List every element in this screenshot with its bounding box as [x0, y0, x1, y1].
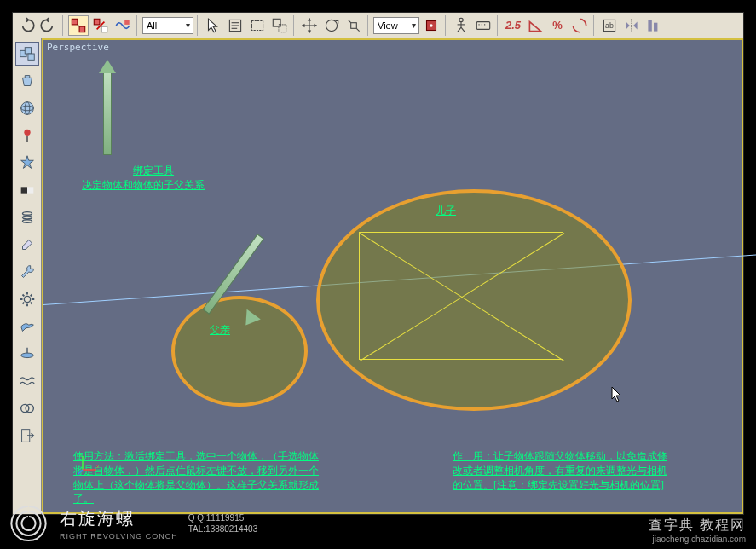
svg-rect-13 — [279, 24, 286, 32]
keyboard-shortcut-button[interactable] — [473, 15, 493, 36]
left-toolbar — [13, 38, 42, 514]
svg-point-47 — [22, 216, 32, 219]
spinner-snap-button[interactable] — [569, 15, 590, 36]
svg-rect-37 — [25, 48, 31, 54]
purpose-title: 作 用： — [453, 450, 493, 462]
mirror-button[interactable] — [621, 15, 642, 36]
reference-coord-dropdown[interactable]: View — [373, 17, 419, 34]
scale-button[interactable] — [343, 15, 364, 36]
unlink-button[interactable] — [90, 15, 111, 36]
watermark-line1: 查字典 教程网 — [649, 517, 746, 535]
knot-button[interactable] — [15, 396, 39, 420]
svg-point-39 — [20, 102, 33, 115]
svg-rect-0 — [72, 19, 78, 25]
angle-snap-button[interactable] — [525, 15, 545, 36]
son-label: 儿子 — [436, 204, 456, 218]
wrench-button[interactable] — [15, 260, 39, 284]
viewport[interactable]: Perspective 儿子 父亲 绑定工具 决定物体和物体的子父关系 使用方法… — [42, 38, 743, 514]
app-frame: All View 2.5 % ab — [12, 12, 744, 515]
svg-rect-27 — [476, 21, 489, 29]
rotate-button[interactable] — [321, 15, 342, 36]
window-crossing-button[interactable] — [269, 15, 290, 36]
svg-rect-45 — [27, 187, 33, 193]
svg-text:x: x — [96, 464, 99, 469]
box-primitive-button[interactable] — [15, 42, 39, 66]
svg-point-22 — [459, 18, 463, 21]
svg-point-48 — [22, 220, 32, 223]
percent-snap-button[interactable]: % — [547, 15, 568, 36]
bird-button[interactable] — [15, 315, 39, 338]
bind-spacewarp-button[interactable] — [113, 15, 133, 36]
svg-text:ab: ab — [605, 21, 614, 30]
brand-qq: Q Q:11119915 — [188, 513, 258, 523]
snap-value: 2.5 — [505, 19, 521, 32]
svg-line-19 — [356, 28, 359, 31]
svg-rect-35 — [654, 22, 657, 31]
svg-point-16 — [326, 20, 337, 31]
viewport-label: Perspective — [47, 42, 109, 53]
svg-rect-3 — [94, 19, 100, 25]
svg-rect-34 — [648, 20, 651, 31]
brand-logo-icon — [9, 503, 49, 544]
svg-point-50 — [20, 353, 33, 358]
brand-title: 右旋海螺 — [60, 507, 178, 530]
usage-text: 使用方法：激活绑定工具，选中一个物体，（手选物体将是自物体，）然后点住鼠标左键不… — [73, 449, 320, 506]
pushpin-button[interactable] — [15, 124, 39, 147]
checker-button[interactable] — [15, 178, 39, 202]
redo-button[interactable] — [38, 15, 59, 36]
tool-title-label: 绑定工具 — [133, 164, 174, 178]
move-button[interactable] — [299, 15, 320, 36]
brand-bar: 右旋海螺 RIGHT REVOLVING CONCH Q Q:11119915 … — [9, 503, 257, 544]
purpose-text: 作 用：让子物体跟随父物体移动，以免造成修改或者调整相机角度，有重复的来调整光与… — [453, 449, 674, 492]
eraser-button[interactable] — [15, 233, 39, 257]
svg-rect-11 — [251, 20, 263, 30]
svg-rect-1 — [79, 26, 85, 32]
svg-point-46 — [22, 212, 32, 216]
svg-point-42 — [24, 130, 30, 136]
star-shape-button[interactable] — [15, 151, 39, 175]
father-label: 父亲 — [210, 323, 230, 338]
sphere-primitive-button[interactable] — [15, 96, 39, 120]
selection-filter-value: All — [147, 20, 157, 31]
cursor-icon — [610, 385, 624, 406]
brush-button[interactable] — [15, 342, 39, 366]
svg-rect-17 — [351, 22, 357, 28]
exit-button[interactable] — [15, 424, 39, 448]
brand-subtitle: RIGHT REVOLVING CONCH — [60, 532, 178, 540]
camera-wireframe — [359, 232, 563, 360]
rectangular-select-button[interactable] — [247, 15, 268, 36]
svg-line-2 — [78, 24, 79, 26]
select-object-button[interactable] — [203, 15, 223, 36]
tool-desc-label: 决定物体和物体的子父关系 — [82, 178, 205, 193]
svg-rect-12 — [273, 19, 280, 26]
father-ellipse — [171, 296, 308, 407]
gear-button[interactable] — [15, 287, 39, 311]
svg-line-18 — [348, 20, 350, 22]
svg-rect-6 — [124, 20, 130, 25]
svg-rect-4 — [101, 26, 107, 32]
select-by-name-button[interactable] — [225, 15, 245, 36]
align-button[interactable] — [643, 15, 664, 36]
top-toolbar: All View 2.5 % ab — [13, 13, 743, 38]
use-center-button[interactable] — [421, 15, 441, 36]
svg-point-53 — [26, 404, 33, 412]
svg-rect-38 — [27, 54, 33, 60]
svg-line-24 — [458, 27, 461, 32]
svg-point-21 — [430, 24, 432, 26]
undo-button[interactable] — [16, 15, 37, 36]
snap-toggle-button[interactable]: 2.5 — [503, 15, 523, 36]
svg-rect-44 — [20, 187, 26, 193]
named-selection-button[interactable]: ab — [599, 15, 620, 36]
wave-button[interactable] — [15, 369, 39, 393]
corner-watermark: 查字典 教程网 jiaocheng.chazidian.com — [649, 517, 746, 544]
manipulate-button[interactable] — [451, 15, 471, 36]
axis-gizmo-icon: z x — [76, 451, 101, 477]
svg-text:z: z — [79, 452, 82, 457]
selection-filter-dropdown[interactable]: All — [142, 17, 193, 34]
helix-button[interactable] — [15, 205, 39, 229]
svg-point-49 — [24, 296, 30, 302]
reference-coord-value: View — [378, 20, 398, 31]
teapot-primitive-button[interactable] — [15, 69, 39, 93]
svg-line-57 — [78, 470, 83, 475]
link-button[interactable] — [68, 15, 89, 36]
